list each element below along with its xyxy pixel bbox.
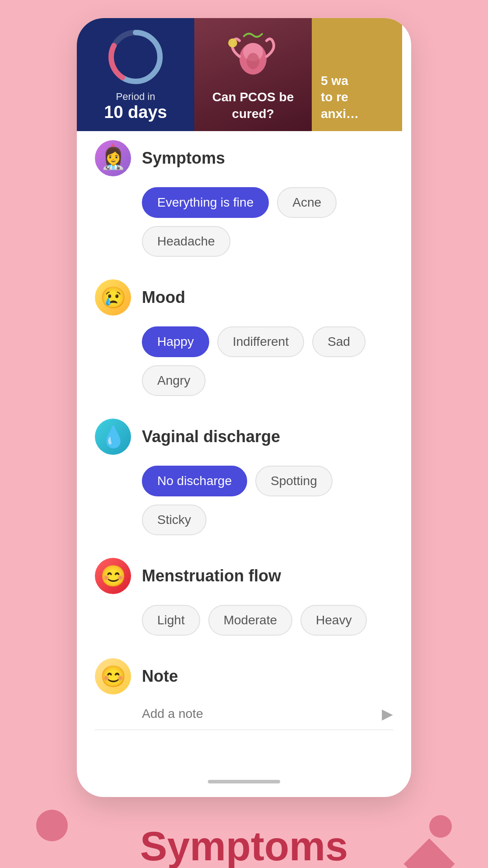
tag-sticky[interactable]: Sticky (142, 505, 206, 535)
tag-sad[interactable]: Sad (312, 326, 366, 357)
cycle-ring (106, 28, 165, 86)
tag-angry[interactable]: Angry (142, 365, 206, 396)
note-header: 😊 Note (95, 658, 393, 694)
period-text: Period in 10 days (104, 91, 167, 122)
tag-heavy[interactable]: Heavy (300, 605, 367, 636)
symptoms-icon: 👩‍⚕️ + (95, 140, 131, 176)
period-card[interactable]: Period in 10 days (77, 18, 194, 131)
menstruation-title: Menstruation flow (142, 566, 281, 585)
deco-circle-2 (429, 815, 452, 838)
bottom-title-line1: Symptoms (36, 824, 452, 868)
menstruation-tags: Light Moderate Heavy (95, 605, 393, 636)
tag-indifferent[interactable]: Indifferent (217, 326, 304, 357)
menstruation-icon: 😊 (95, 558, 131, 594)
tag-spotting[interactable]: Spotting (255, 466, 333, 496)
pcos-illustration (194, 18, 312, 95)
mood-title: Mood (142, 288, 185, 307)
discharge-section: 💧 Vaginal discharge No discharge Spottin… (95, 419, 393, 535)
mood-icon: 😢 (95, 279, 131, 316)
carousel: Period in 10 days Can PCOS (77, 18, 411, 131)
send-icon[interactable]: ▶ (382, 705, 393, 722)
symptoms-section: 👩‍⚕️ + Symptoms Everything is fine Acne … (95, 140, 393, 257)
menstruation-header: 😊 Menstruation flow (95, 558, 393, 594)
pcos-text: Can PCOS be cured? (203, 89, 303, 122)
note-input[interactable] (142, 707, 382, 721)
home-indicator (77, 771, 411, 797)
svg-point-5 (228, 38, 237, 47)
anxiety-line1: 5 wa (321, 73, 359, 89)
symptoms-header: 👩‍⚕️ + Symptoms (95, 140, 393, 176)
mood-section: 😢 Mood Happy Indifferent Sad Angry (95, 279, 393, 396)
uterus-icon (226, 27, 280, 86)
bottom-section: Symptoms tracking (0, 797, 488, 868)
note-section: 😊 Note ▶ (95, 658, 393, 730)
mood-header: 😢 Mood (95, 279, 393, 316)
period-label: Period in (104, 91, 167, 103)
mood-tags: Happy Indifferent Sad Angry (95, 326, 393, 396)
tag-acne[interactable]: Acne (277, 187, 337, 218)
scroll-content: 👩‍⚕️ + Symptoms Everything is fine Acne … (77, 131, 411, 771)
period-days: 10 days (104, 103, 167, 122)
anxiety-card[interactable]: 5 wa to re anxi… (312, 18, 402, 131)
anxiety-text: 5 wa to re anxi… (321, 73, 359, 122)
tag-light[interactable]: Light (142, 605, 200, 636)
tag-headache[interactable]: Headache (142, 226, 230, 257)
pcos-card[interactable]: Can PCOS be cured? (194, 18, 312, 131)
bottom-title: Symptoms tracking (36, 824, 452, 868)
tag-everything-fine[interactable]: Everything is fine (142, 187, 269, 218)
anxiety-line3: anxi… (321, 106, 359, 122)
phone-card: Period in 10 days Can PCOS (77, 18, 411, 797)
deco-circle-1 (36, 810, 68, 841)
note-input-row: ▶ (95, 705, 393, 730)
home-bar (208, 780, 280, 783)
svg-point-6 (247, 53, 259, 69)
menstruation-section: 😊 Menstruation flow Light Moderate Heavy (95, 558, 393, 636)
note-icon: 😊 (95, 658, 131, 694)
discharge-header: 💧 Vaginal discharge (95, 419, 393, 455)
symptoms-tags: Everything is fine Acne Headache (95, 187, 393, 257)
tag-happy[interactable]: Happy (142, 326, 209, 357)
plus-badge: + (111, 141, 116, 151)
note-title: Note (142, 667, 178, 686)
symptoms-title: Symptoms (142, 149, 225, 168)
tag-no-discharge[interactable]: No discharge (142, 466, 247, 496)
discharge-icon: 💧 (95, 419, 131, 455)
discharge-tags: No discharge Spotting Sticky (95, 466, 393, 535)
tag-moderate[interactable]: Moderate (208, 605, 292, 636)
anxiety-line2: to re (321, 89, 359, 105)
discharge-title: Vaginal discharge (142, 427, 280, 446)
